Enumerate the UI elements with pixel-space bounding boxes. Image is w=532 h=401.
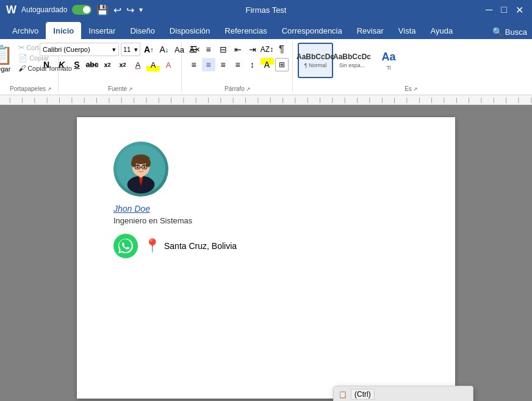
person-title: Ingeniero en Sistemas xyxy=(113,216,192,225)
paste-ctrl-label[interactable]: (Ctrl) xyxy=(351,389,375,400)
font-expand-icon[interactable]: ↗ xyxy=(128,86,133,92)
borders-button[interactable]: ⊞ xyxy=(275,58,289,71)
avatar xyxy=(113,142,168,197)
signature-area: Jhon Doe Ingeniero en Sistemas 📍 Santa C… xyxy=(113,142,419,258)
line-spacing-button[interactable]: ↕ xyxy=(246,58,259,71)
search-label[interactable]: Busca xyxy=(505,27,527,37)
ruler-marks: ||||||||||||||||||||||||||||||||||||||||… xyxy=(6,97,532,103)
para-row1: ☰ ≡ ⊟ ⇤ ⇥ AZ↕ ¶ xyxy=(187,43,289,56)
document-area: Jhon Doe Ingeniero en Sistemas 📍 Santa C… xyxy=(0,105,532,401)
tab-archivo[interactable]: Archivo xyxy=(5,22,46,39)
window-controls: ─ □ ✕ xyxy=(483,3,526,17)
styles-container: AaBbCcDc ¶ Normal AaBbCcDc Sin espa... A… xyxy=(298,43,406,78)
paste-label: Pegar xyxy=(0,65,10,73)
styles-content: AaBbCcDc ¶ Normal AaBbCcDc Sin espa... A… xyxy=(298,42,525,84)
style-no-spacing-preview: AaBbCcDc xyxy=(333,52,371,61)
autosave-label: Autoguardado xyxy=(21,5,67,14)
person-name: Jhon Doe xyxy=(113,204,150,214)
save-icon[interactable]: 💾 xyxy=(96,4,109,16)
tab-referencias[interactable]: Referencias xyxy=(217,22,274,39)
maximize-icon[interactable]: □ xyxy=(498,3,509,16)
style-heading-label: Ti xyxy=(386,65,390,71)
strikethrough-button[interactable]: abc xyxy=(85,58,99,71)
ribbon-tabs: Archivo Inicio Insertar Diseño Disposici… xyxy=(0,20,532,39)
autosave-toggle[interactable] xyxy=(72,5,92,15)
contact-row: 📍 Santa Cruz, Bolivia xyxy=(113,234,237,258)
style-heading-preview: Aa xyxy=(381,51,395,63)
font-selector-dropdown-icon: ▾ xyxy=(112,46,116,54)
shading-button[interactable]: A xyxy=(261,58,274,71)
tab-insertar[interactable]: Insertar xyxy=(81,22,123,39)
tab-diseno[interactable]: Diseño xyxy=(123,22,162,39)
undo-icon[interactable]: ↩ xyxy=(113,4,121,16)
word-logo-icon: W xyxy=(6,4,16,16)
justify-button[interactable]: ≡ xyxy=(231,58,245,71)
location-text: Santa Cruz, Bolivia xyxy=(164,241,237,251)
tab-disposicion[interactable]: Disposición xyxy=(162,22,217,39)
font-family-selector[interactable]: Calibri (Cuerpo) ▾ xyxy=(40,43,119,56)
font-color2-button[interactable]: A xyxy=(162,58,175,71)
highlight-button[interactable]: A xyxy=(146,58,160,71)
style-normal-label: ¶ Normal xyxy=(304,62,326,68)
font-row2: N K S abc x2 x2 A A A xyxy=(40,58,201,71)
style-heading[interactable]: Aa Ti xyxy=(371,43,406,78)
document-page: Jhon Doe Ingeniero en Sistemas 📍 Santa C… xyxy=(77,117,455,399)
ctrl-icon: 📋 xyxy=(339,391,347,399)
increase-indent-button[interactable]: ⇥ xyxy=(246,43,259,56)
decrease-font-button[interactable]: A↓ xyxy=(157,43,171,56)
bold-button[interactable]: N xyxy=(40,58,53,71)
font-group: Calibri (Cuerpo) ▾ 11 ▾ A↑ A↓ Aa A✕ N K … xyxy=(60,42,182,92)
paste-button[interactable]: 📋 Pegar xyxy=(0,43,15,74)
paste-popup: 📋 (Ctrl) Opciones de pegado: xyxy=(333,386,473,401)
font-color-button[interactable]: A xyxy=(131,58,145,71)
font-group-label: Fuente ↗ xyxy=(63,85,178,92)
clipboard-expand-icon[interactable]: ↗ xyxy=(47,86,52,92)
copy-icon: 📄 xyxy=(18,54,27,62)
paragraph-group-label: Párrafo ↗ xyxy=(187,85,289,92)
italic-button[interactable]: K xyxy=(55,58,68,71)
paragraph-group: ☰ ≡ ⊟ ⇤ ⇥ AZ↕ ¶ ≡ ≡ ≡ ≡ ↕ A ⊞ xyxy=(183,42,293,92)
tab-inicio[interactable]: Inicio xyxy=(46,22,81,39)
minimize-icon[interactable]: ─ xyxy=(483,3,495,16)
show-marks-button[interactable]: ¶ xyxy=(275,43,289,56)
tab-correspondencia[interactable]: Correspondencia xyxy=(275,22,350,39)
style-normal[interactable]: AaBbCcDc ¶ Normal xyxy=(298,43,333,78)
ruler: ||||||||||||||||||||||||||||||||||||||||… xyxy=(0,95,532,105)
title-bar: W Autoguardado 💾 ↩ ↪ ▾ Firmas Test ─ □ ✕ xyxy=(0,0,532,20)
underline-button[interactable]: S xyxy=(70,58,84,71)
numbered-list-button[interactable]: ≡ xyxy=(202,43,215,56)
sort-button[interactable]: AZ↕ xyxy=(261,43,274,56)
format-painter-icon: 🖌 xyxy=(18,64,26,73)
increase-font-button[interactable]: A↑ xyxy=(142,43,156,56)
title-bar-left: W Autoguardado 💾 ↩ ↪ ▾ xyxy=(6,4,143,16)
style-no-spacing[interactable]: AaBbCcDc Sin espa... xyxy=(334,43,370,78)
bullets-button[interactable]: ☰ xyxy=(187,43,201,56)
align-right-button[interactable]: ≡ xyxy=(217,58,230,71)
style-no-spacing-label: Sin espa... xyxy=(339,62,365,68)
align-left-button[interactable]: ≡ xyxy=(187,58,201,71)
paste-popup-header: 📋 (Ctrl) xyxy=(334,386,473,401)
multilevel-list-button[interactable]: ⊟ xyxy=(217,43,230,56)
subscript-button[interactable]: x2 xyxy=(101,58,114,71)
font-row1: Calibri (Cuerpo) ▾ 11 ▾ A↑ A↓ Aa A✕ xyxy=(40,43,201,56)
avatar-image xyxy=(117,145,165,193)
align-center-button[interactable]: ≡ xyxy=(202,58,215,71)
tab-vista[interactable]: Vista xyxy=(391,22,423,39)
search-icon: 🔍 xyxy=(492,27,503,37)
paragraph-content: ☰ ≡ ⊟ ⇤ ⇥ AZ↕ ¶ ≡ ≡ ≡ ≡ ↕ A ⊞ xyxy=(187,42,289,84)
style-normal-preview: AaBbCcDc xyxy=(297,52,334,61)
superscript-button[interactable]: x2 xyxy=(116,58,129,71)
svg-point-13 xyxy=(137,167,138,168)
decrease-indent-button[interactable]: ⇤ xyxy=(231,43,245,56)
quick-access-dropdown-icon[interactable]: ▾ xyxy=(139,5,143,14)
tab-revisar[interactable]: Revisar xyxy=(350,22,391,39)
ribbon: 📋 Pegar ✂ Cortar 📄 Copiar 🖌 Copiar forma… xyxy=(0,39,532,95)
paragraph-expand-icon[interactable]: ↗ xyxy=(246,86,251,92)
close-icon[interactable]: ✕ xyxy=(513,3,526,17)
tab-ayuda[interactable]: Ayuda xyxy=(423,22,460,39)
para-row2: ≡ ≡ ≡ ≡ ↕ A ⊞ xyxy=(187,58,289,71)
location-row: 📍 Santa Cruz, Bolivia xyxy=(144,238,237,254)
font-size-selector[interactable]: 11 ▾ xyxy=(121,43,140,56)
redo-icon[interactable]: ↪ xyxy=(126,4,134,16)
styles-expand-icon[interactable]: ↗ xyxy=(413,86,418,92)
